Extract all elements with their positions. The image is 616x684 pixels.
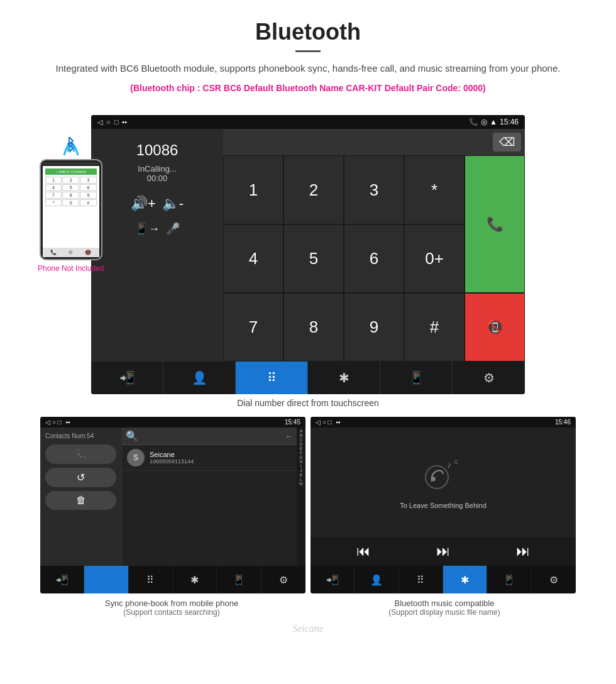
secondary-controls: 📱→ 🎤 (135, 222, 180, 236)
contacts-caption: Sync phone-book from mobile phone (Suppo… (40, 598, 303, 617)
back-icon-music: ◁ ○ □ (316, 419, 332, 426)
contact-list-item[interactable]: S Seicane 10655059113144 (122, 445, 297, 471)
transfer-icon[interactable]: 📱→ (135, 222, 160, 236)
dial-right-panel: ⌫ 1 2 3 * 📞 4 5 6 0+ 7 8 (223, 129, 525, 361)
recents-icon: □ (114, 118, 119, 126)
search-back-icon: ← (285, 432, 293, 441)
contacts-alpha-list: A B C D E F G H I J K L M (297, 428, 305, 566)
contacts-panel-btn-phone[interactable]: 📱 (217, 566, 261, 593)
contacts-main-caption: Sync phone-book from mobile phone (40, 598, 303, 608)
key-3[interactable]: 3 (344, 155, 404, 224)
contacts-sub-caption: (Support contacts searching) (40, 608, 303, 617)
key-1[interactable]: 1 (223, 155, 283, 224)
title-divider (295, 50, 321, 52)
music-art-svg: ♪ ♫ (418, 455, 468, 493)
key-5[interactable]: 5 (283, 224, 344, 293)
refresh-contact-button[interactable]: ↺ (45, 468, 116, 487)
status-bar: ◁ ○ □ ▪▪ 📞 ◎ ▲ 15:46 (91, 115, 525, 129)
contacts-time: 15:45 (285, 419, 300, 426)
bottom-bluetooth-btn[interactable]: ✱ (308, 361, 380, 394)
key-8[interactable]: 8 (283, 293, 344, 361)
contacts-status-left: ◁ ○ □ ▪▪ (45, 419, 70, 426)
key-9[interactable]: 9 (344, 293, 404, 361)
next-track-button[interactable]: ⏭ (516, 543, 530, 560)
music-status-right: 15:46 (555, 419, 571, 426)
key-7[interactable]: 7 (223, 293, 283, 361)
music-art-area: ♪ ♫ To Leave Something Behind (311, 428, 576, 537)
svg-text:♪: ♪ (447, 460, 451, 470)
phone-device-image: + Add to Contacts 123 456 789 *0# 📞 ⊙ 📵 (40, 159, 102, 260)
watermark-text: Seicane (292, 623, 324, 634)
status-left-icons: ◁ ○ □ ▪▪ (97, 118, 127, 126)
call-contact-button[interactable]: 📞 (45, 444, 116, 464)
volume-down-icon[interactable]: 🔈- (162, 196, 184, 212)
dial-number: 10086 (136, 141, 179, 159)
bottom-captions: Sync phone-book from mobile phone (Suppo… (38, 598, 578, 617)
dial-input[interactable] (227, 133, 489, 152)
mic-icon[interactable]: 🎤 (166, 222, 180, 236)
music-panel: ◁ ○ □ ▪▪ 15:46 ♪ ♫ (311, 417, 576, 593)
music-caption: Bluetooth music compatible (Support disp… (313, 598, 576, 617)
end-call-button[interactable]: 📵 (465, 293, 525, 361)
bottom-phone2-btn[interactable]: 📱 (380, 361, 453, 394)
music-panel-btn-bluetooth[interactable]: ✱ (443, 566, 487, 593)
status-right-icons: 📞 ◎ ▲ 15:46 (469, 118, 519, 126)
page-title: Bluetooth (50, 19, 566, 45)
dial-bottom-bar: 📲 👤 ⠿ ✱ 📱 ⚙ (91, 361, 525, 394)
music-panel-btn-phone[interactable]: 📱 (487, 566, 531, 593)
status-time: 15:46 (500, 118, 519, 126)
contacts-panel: ◁ ○ □ ▪▪ 15:45 Contacts Num:54 📞 ↺ 🗑 🔍 ← (40, 417, 305, 593)
contacts-right-panel: 🔍 ← S Seicane 10655059113144 (122, 428, 297, 566)
main-dial-caption: Dial number direct from touchscreen (0, 398, 616, 408)
dial-main-content: 10086 InCalling... 00:00 🔊+ 🔈- 📱→ 🎤 ⌫ (91, 129, 525, 361)
contacts-search-input[interactable] (141, 433, 285, 440)
answer-call-button[interactable]: 📞 (465, 155, 525, 293)
contacts-panel-bottom-bar: 📲 👤 ⠿ ✱ 📱 ⚙ (40, 566, 305, 593)
music-sub-caption: (Support display music file name) (313, 608, 576, 617)
prev-track-button[interactable]: ⏮ (356, 543, 370, 560)
back-icon: ◁ (97, 118, 102, 126)
bottom-panels: ◁ ○ □ ▪▪ 15:45 Contacts Num:54 📞 ↺ 🗑 🔍 ← (38, 417, 578, 593)
bottom-keypad-btn[interactable]: ⠿ (236, 361, 308, 394)
phone-mockup: ? + Add to Contacts 123 456 789 *0# (38, 128, 104, 273)
calling-status: InCalling... (138, 164, 176, 174)
call-timer: 00:00 (147, 174, 168, 183)
dial-keypad: 1 2 3 * 📞 4 5 6 0+ 7 8 9 # 📵 (223, 155, 525, 361)
back-icon-small: ◁ ○ □ (45, 419, 62, 426)
contacts-panel-btn-keypad[interactable]: ⠿ (129, 566, 173, 593)
contacts-panel-btn-settings[interactable]: ⚙ (261, 566, 305, 593)
contacts-panel-btn-bluetooth[interactable]: ✱ (173, 566, 217, 593)
android-dial-screen: ◁ ○ □ ▪▪ 📞 ◎ ▲ 15:46 10086 InCalling... … (91, 115, 525, 394)
contact-info: Seicane 10655059113144 (150, 451, 194, 465)
key-star[interactable]: * (404, 155, 465, 224)
contacts-panel-btn-transfer[interactable]: 📲 (40, 566, 84, 593)
delete-contact-button[interactable]: 🗑 (45, 491, 116, 510)
contacts-body: Contacts Num:54 📞 ↺ 🗑 🔍 ← S Seicane 1065… (40, 428, 305, 566)
music-controls-bar: ⏮ ⏭ ⏭ (311, 537, 576, 566)
music-body: ♪ ♫ To Leave Something Behind ⏮ ⏭ ⏭ (311, 428, 576, 566)
contacts-count: Contacts Num:54 (45, 433, 116, 439)
key-0plus[interactable]: 0+ (404, 224, 465, 293)
contacts-left-panel: Contacts Num:54 📞 ↺ 🗑 (40, 428, 122, 566)
page-header: Bluetooth Integrated with BC6 Bluetooth … (0, 0, 616, 106)
main-dial-section: ? + Add to Contacts 123 456 789 *0# (0, 115, 616, 394)
key-2[interactable]: 2 (283, 155, 344, 224)
contacts-panel-btn-contacts[interactable]: 👤 (84, 566, 128, 593)
contacts-search-bar: 🔍 ← (122, 428, 297, 445)
tech-info: (Bluetooth chip : CSR BC6 Default Blueto… (50, 81, 566, 95)
key-hash[interactable]: # (404, 293, 465, 361)
key-4[interactable]: 4 (223, 224, 283, 293)
bottom-settings-btn[interactable]: ⚙ (453, 361, 525, 394)
play-pause-button[interactable]: ⏭ (436, 543, 450, 560)
music-panel-btn-keypad[interactable]: ⠿ (399, 566, 443, 593)
music-status-left: ◁ ○ □ ▪▪ (316, 419, 341, 426)
bottom-transfer-btn[interactable]: 📲 (91, 361, 163, 394)
home-icon: ○ (106, 118, 111, 126)
music-panel-btn-transfer[interactable]: 📲 (311, 566, 355, 593)
music-panel-btn-contacts[interactable]: 👤 (355, 566, 399, 593)
volume-up-icon[interactable]: 🔊+ (131, 196, 156, 212)
music-panel-btn-settings[interactable]: ⚙ (532, 566, 576, 593)
bottom-contacts-btn[interactable]: 👤 (163, 361, 236, 394)
backspace-button[interactable]: ⌫ (493, 133, 521, 152)
key-6[interactable]: 6 (344, 224, 404, 293)
